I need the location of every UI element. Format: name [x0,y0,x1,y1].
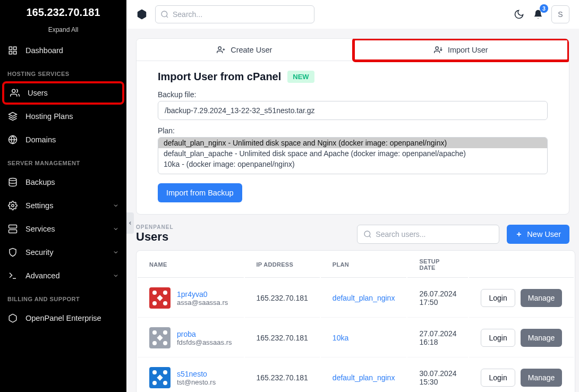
svg-point-4 [12,89,15,92]
sidebar-item-domains[interactable]: Domains [0,128,126,151]
svg-point-29 [152,301,157,305]
sidebar-item-label: Services [25,225,55,233]
expand-all-link[interactable]: Expand All [0,23,126,39]
sidebar-item-label: OpenPanel Enterprise [25,314,101,322]
users-search [357,225,499,244]
sidebar-item-settings[interactable]: Settings [0,194,126,217]
svg-rect-11 [9,230,17,233]
manage-button[interactable]: Manage [521,289,563,307]
svg-point-20 [436,47,438,49]
sidebar-item-users[interactable]: Users [2,81,124,105]
shield-icon [7,247,18,258]
user-ip: 165.232.70.181 [245,359,320,392]
user-name-link[interactable]: s51nesto [177,370,216,378]
plan-option[interactable]: 10ka - (docker image: openpanel/nginx) [158,159,547,169]
users-header: OPENPANEL Users New User [136,224,569,244]
new-badge: NEW [287,71,314,83]
svg-point-15 [161,11,167,17]
chevron-down-icon [113,249,119,255]
sidebar-item-security[interactable]: Security [0,241,126,264]
search-input[interactable] [155,5,314,23]
global-search [155,5,314,23]
theme-toggle-icon[interactable] [513,8,525,20]
svg-marker-5 [9,113,17,117]
svg-rect-2 [9,52,12,54]
manage-button[interactable]: Manage [521,329,563,347]
import-title: Import User from cPanel [158,71,281,83]
svg-point-34 [163,330,167,335]
user-date: 26.07.2024 17:50 [407,279,468,318]
user-name-link[interactable]: 1pr4yva0 [177,290,228,299]
login-button[interactable]: Login [481,369,515,387]
user-date: 27.07.2024 16:18 [407,319,468,357]
svg-point-39 [152,370,157,374]
svg-line-16 [166,16,168,18]
login-button[interactable]: Login [481,329,515,347]
import-from-backup-button[interactable]: Import from Backup [158,183,242,202]
sidebar-collapse-handle[interactable] [126,212,134,234]
tabs-row: Create User Import User [137,39,569,61]
user-ip: 165.232.70.181 [245,279,320,318]
user-date: 30.07.2024 15:30 [407,359,468,392]
section-billing: BILLING AND SUPPORT [0,287,126,306]
tab-import-user[interactable]: Import User [353,39,569,61]
avatar [149,367,171,388]
sidebar-item-label: Backups [25,178,55,186]
notification-count-badge: 3 [540,4,548,13]
svg-point-8 [9,178,16,181]
sidebar-item-services[interactable]: Services [0,217,126,241]
user-email: tst@nesto.rs [177,378,216,386]
svg-line-23 [369,236,371,237]
sidebar-item-label: Users [28,89,48,97]
login-button[interactable]: Login [481,289,515,307]
search-icon [160,10,169,19]
avatar [149,327,171,348]
plan-select[interactable]: default_plan_nginx - Unlimited disk spac… [158,137,548,174]
col-plan: PLAN [321,252,407,278]
server-ip: 165.232.70.181 [8,6,118,19]
users-search-input[interactable] [357,225,499,244]
user-initial: S [558,10,563,19]
col-ip: IP ADDRESS [245,252,320,278]
sidebar-item-enterprise[interactable]: OpenPanel Enterprise [0,306,126,330]
svg-point-35 [152,341,157,345]
svg-rect-10 [9,225,17,228]
new-user-label: New User [527,230,561,238]
main-content: 3 S Create User Import User [126,0,579,392]
user-menu[interactable]: S [551,5,569,23]
new-user-button[interactable]: New User [507,225,569,244]
tab-create-user[interactable]: Create User [137,39,353,61]
plan-option[interactable]: default_plan_nginx - Unlimited disk spac… [158,138,547,148]
sidebar-item-dashboard[interactable]: Dashboard [0,39,126,62]
svg-rect-1 [14,47,16,49]
user-plan-link[interactable]: default_plan_nginx [333,294,395,302]
sidebar-item-hosting-plans[interactable]: Hosting Plans [0,105,126,128]
user-tabs-card: Create User Import User Import User from… [136,38,569,215]
user-plan-link[interactable]: 10ka [333,334,348,342]
svg-rect-3 [14,52,16,54]
gear-icon [7,200,18,211]
svg-point-33 [152,330,157,335]
svg-point-40 [163,370,167,374]
svg-point-36 [163,341,167,345]
section-hosting: HOSTING SERVICES [0,62,126,81]
app-logo-icon[interactable] [136,8,148,20]
user-name-link[interactable]: proba [177,330,232,338]
sidebar-item-backups[interactable]: Backups [0,171,126,194]
table-row: 1pr4yva0 assa@saassa.rs 165.232.70.181 d… [138,279,574,318]
manage-button[interactable]: Manage [521,369,563,387]
content-area: Create User Import User Import User from… [126,29,579,392]
plan-label: Plan: [158,126,548,135]
user-ip: 165.232.70.181 [245,319,320,357]
user-plan-link[interactable]: default_plan_nginx [333,373,395,382]
table-row: s51nesto tst@nesto.rs 165.232.70.181 def… [138,359,574,392]
users-title: Users [136,230,174,244]
plan-option[interactable]: default_plan_apache - Unlimited disk spa… [158,148,547,159]
notifications-icon[interactable]: 3 [532,8,544,20]
search-icon [363,230,372,238]
backup-file-input[interactable] [158,101,548,120]
users-icon [10,88,20,98]
svg-point-22 [364,231,370,237]
sidebar-item-advanced[interactable]: Advanced [0,264,126,287]
svg-point-41 [152,381,157,385]
